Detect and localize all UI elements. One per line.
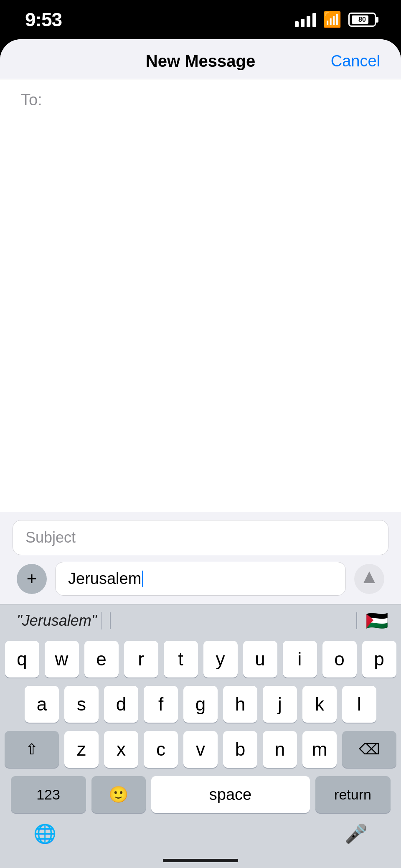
home-bar [163,859,238,862]
key-c[interactable]: c [144,731,178,768]
keyboard-row-2: a s d f g h j k l [0,682,401,727]
key-n[interactable]: n [263,731,297,768]
numbers-key[interactable]: 123 [11,776,86,813]
app-container: New Message Cancel To: Subject + Jerusal… [0,39,401,868]
signal-bar-3 [307,16,310,27]
message-input-row: + Jerusalem [13,562,388,596]
cancel-button[interactable]: Cancel [331,52,380,70]
battery-tip [376,17,378,23]
return-key[interactable]: return [315,776,391,813]
to-field-row: To: [0,79,401,121]
key-r[interactable]: r [124,641,158,678]
status-bar: 9:53 📶 80 [0,0,401,39]
signal-bar-4 [312,13,316,27]
message-body-area[interactable] [0,121,401,512]
key-d[interactable]: d [104,686,138,723]
key-x[interactable]: x [104,731,138,768]
key-a[interactable]: a [25,686,59,723]
subject-placeholder: Subject [25,529,76,546]
compose-header: New Message Cancel [0,39,401,79]
to-input[interactable] [46,91,380,109]
shift-key[interactable]: ⇧ [5,731,59,768]
autocomplete-divider-2 [356,612,357,629]
emoji-key[interactable]: 🙂 [91,776,146,813]
message-text-value: Jerusalem [68,570,141,588]
signal-bars-icon [295,12,316,27]
key-i[interactable]: i [283,641,317,678]
key-w[interactable]: w [45,641,79,678]
add-attachment-button[interactable]: + [17,564,47,594]
bottom-bar: 🌐 🎤 [0,817,401,859]
battery-icon: 80 [348,13,376,27]
signal-bar-1 [295,21,299,27]
text-cursor [142,571,143,587]
autocomplete-suggestion[interactable]: "Jerusalem" [13,612,102,629]
to-label: To: [21,91,42,109]
keyboard-row-1: q w e r t y u i o p [0,637,401,682]
key-b[interactable]: b [223,731,257,768]
home-indicator [0,859,401,868]
send-button[interactable] [354,564,384,594]
autocomplete-bar: "Jerusalem" 🇵🇸 [0,604,401,637]
compose-bottom: Subject + Jerusalem [0,512,401,604]
wifi-icon: 📶 [323,11,342,28]
key-q[interactable]: q [5,641,39,678]
autocomplete-emoji[interactable]: 🇵🇸 [365,610,388,632]
signal-bar-2 [301,19,305,27]
autocomplete-divider [110,612,111,629]
page-title: New Message [146,52,255,71]
status-icons: 📶 80 [295,11,376,28]
key-z[interactable]: z [64,731,99,768]
key-o[interactable]: o [322,641,357,678]
key-e[interactable]: e [84,641,119,678]
status-time: 9:53 [25,8,62,31]
keyboard-row-4: 123 🙂 space return [0,772,401,817]
keyboard-row-3: ⇧ z x c v b n m ⌫ [0,727,401,772]
key-t[interactable]: t [164,641,198,678]
space-key[interactable]: space [151,776,310,813]
subject-field-wrapper[interactable]: Subject [13,520,388,555]
key-m[interactable]: m [302,731,337,768]
key-f[interactable]: f [144,686,178,723]
backspace-key[interactable]: ⌫ [342,731,396,768]
key-s[interactable]: s [64,686,99,723]
globe-icon[interactable]: 🌐 [33,823,56,845]
key-k[interactable]: k [302,686,337,723]
key-v[interactable]: v [183,731,218,768]
battery-level: 80 [350,16,375,23]
key-j[interactable]: j [263,686,297,723]
message-text-input[interactable]: Jerusalem [55,562,346,596]
key-p[interactable]: p [362,641,396,678]
keyboard: q w e r t y u i o p a s d f g h j k l ⇧ … [0,637,401,817]
key-h[interactable]: h [223,686,257,723]
key-u[interactable]: u [243,641,277,678]
key-g[interactable]: g [183,686,218,723]
microphone-icon[interactable]: 🎤 [345,823,368,845]
key-y[interactable]: y [203,641,238,678]
key-l[interactable]: l [342,686,376,723]
send-arrow-icon [363,571,375,583]
